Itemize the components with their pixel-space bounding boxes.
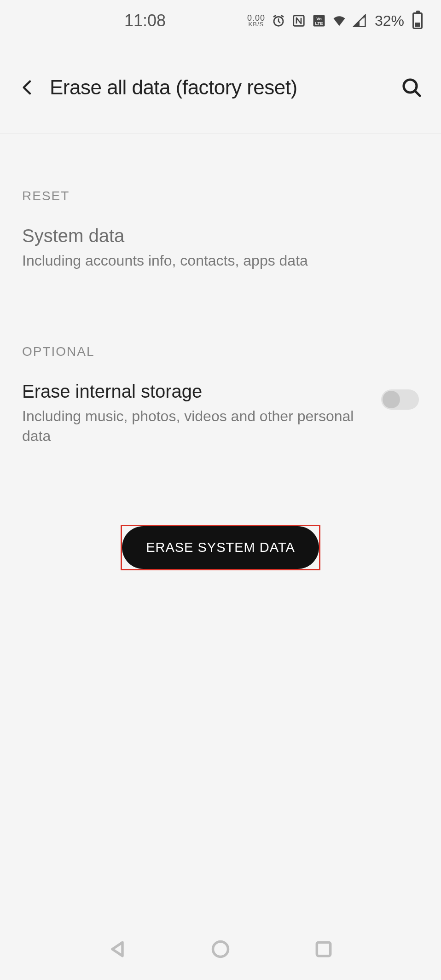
nav-recent-icon[interactable] bbox=[313, 939, 334, 961]
item-desc: Including music, photos, videos and othe… bbox=[22, 406, 363, 446]
app-header: Erase all data (factory reset) bbox=[0, 41, 441, 133]
nav-back-icon[interactable] bbox=[107, 939, 128, 961]
net-speed-unit: KB/S bbox=[249, 22, 264, 27]
toggle-knob bbox=[383, 391, 400, 408]
erase-system-data-button[interactable]: ERASE SYSTEM DATA bbox=[122, 526, 319, 569]
alarm-icon bbox=[272, 14, 285, 28]
erase-storage-toggle[interactable] bbox=[381, 389, 419, 410]
svg-rect-8 bbox=[317, 942, 330, 956]
status-bar: 11:08 0.00 KB/S VoLTE x 32% bbox=[0, 0, 441, 41]
page-title: Erase all data (factory reset) bbox=[50, 76, 400, 99]
svg-text:Vo: Vo bbox=[316, 17, 322, 21]
network-speed: 0.00 KB/S bbox=[247, 15, 265, 27]
svg-text:x: x bbox=[363, 14, 366, 19]
cellular-icon: x bbox=[353, 14, 366, 28]
section-header-reset: RESET bbox=[22, 189, 419, 203]
battery-icon bbox=[412, 12, 423, 29]
nfc-icon bbox=[292, 14, 306, 28]
search-icon[interactable] bbox=[400, 76, 423, 99]
volte-icon: VoLTE bbox=[312, 14, 326, 28]
item-title: Erase internal storage bbox=[22, 381, 363, 402]
item-erase-internal-storage[interactable]: Erase internal storage Including music, … bbox=[22, 381, 419, 446]
nav-home-icon[interactable] bbox=[210, 939, 231, 961]
item-title: System data bbox=[22, 226, 419, 246]
item-system-data[interactable]: System data Including accounts info, con… bbox=[22, 226, 419, 271]
status-time: 11:08 bbox=[124, 11, 166, 30]
svg-point-7 bbox=[213, 942, 228, 957]
content-area: RESET System data Including accounts inf… bbox=[0, 189, 441, 570]
item-desc: Including accounts info, contacts, apps … bbox=[22, 251, 419, 271]
battery-percent: 32% bbox=[375, 12, 404, 29]
highlight-frame: ERASE SYSTEM DATA bbox=[121, 525, 320, 570]
svg-text:LTE: LTE bbox=[315, 21, 323, 26]
status-icons: 0.00 KB/S VoLTE x 32% bbox=[247, 12, 423, 29]
wifi-icon bbox=[332, 14, 346, 28]
system-nav-bar bbox=[0, 920, 441, 980]
back-icon[interactable] bbox=[18, 78, 37, 97]
section-header-optional: OPTIONAL bbox=[22, 344, 419, 359]
